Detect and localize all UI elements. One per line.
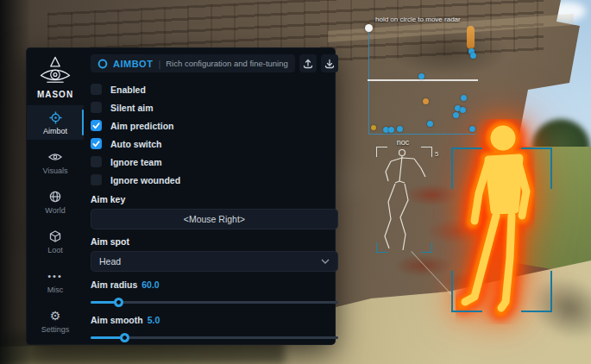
esp-corner [521, 271, 552, 312]
radar-axis-left [368, 32, 369, 134]
cheat-menu-panel: MASON Aimbot Visuals [26, 47, 336, 345]
checkbox-icon [91, 138, 102, 149]
skeleton-distance: 5 [435, 150, 438, 158]
checkbox-icon [91, 156, 102, 167]
checkbox-label: Ignore team [110, 157, 162, 167]
checkbox-label: Enabled [110, 85, 146, 95]
import-config-button[interactable] [321, 54, 338, 72]
checkbox-icon [91, 102, 102, 113]
gear-icon: ⚙ [48, 309, 63, 323]
radar-dot [418, 73, 424, 79]
slider-track [91, 301, 338, 304]
sidebar-item-label: Visuals [43, 166, 68, 175]
esp-corner [451, 147, 482, 189]
download-icon [324, 59, 335, 69]
esp-corner [451, 271, 482, 312]
sidebar-item-label: Loot [47, 246, 63, 254]
aim-smooth-slider[interactable] [91, 333, 338, 342]
sidebar-item-loot[interactable]: Loot [27, 224, 84, 259]
checkbox-ignore-team[interactable]: Ignore team [91, 153, 338, 171]
crosshair-icon [48, 110, 63, 125]
checkbox-list: Enabled Silent aim Aim prediction Auto s… [91, 80, 338, 189]
radar-axis-bottom [368, 134, 475, 135]
sidebar-item-world[interactable]: World [27, 185, 84, 219]
radar-dot [427, 121, 433, 127]
radar-dot [461, 95, 467, 101]
radar-dot [371, 125, 376, 130]
radar-item-marker [467, 26, 475, 49]
radar-horizon-line [368, 79, 478, 81]
aim-radius-row: Aim radius 60.0 [91, 279, 338, 290]
checkbox-icon [91, 84, 102, 95]
radar-dot [469, 126, 475, 132]
sidebar-item-label: Settings [41, 325, 70, 334]
sidebar-item-label: Aimbot [43, 127, 67, 135]
aim-key-label: Aim key [91, 194, 338, 204]
player-esp-box [451, 147, 552, 312]
aim-key-button[interactable]: <Mouse Right> [91, 209, 338, 229]
checkbox-silent-aim[interactable]: Silent aim [91, 98, 338, 116]
sidebar-item-misc[interactable]: ••• Misc [27, 264, 84, 298]
checkbox-icon [91, 174, 102, 185]
header-divider: | [158, 59, 160, 69]
dots-icon: ••• [48, 269, 63, 284]
aim-radius-slider[interactable] [91, 298, 338, 307]
slider-thumb[interactable] [114, 298, 123, 307]
sidebar-item-label: Misc [47, 286, 64, 294]
loot-box-icon [48, 229, 63, 244]
checkbox-label: Silent aim [110, 103, 154, 113]
aim-smooth-value: 5.0 [148, 315, 160, 325]
radar-dot [397, 126, 403, 132]
checkbox-enabled[interactable]: Enabled [91, 80, 338, 98]
checkbox-icon [91, 120, 102, 131]
esp-corner [521, 147, 552, 189]
aim-radius-label: Aim radius [91, 279, 137, 290]
eye-icon [48, 150, 63, 165]
upload-icon [303, 59, 313, 69]
sidebar: MASON Aimbot Visuals [27, 48, 84, 344]
sidebar-item-settings[interactable]: ⚙ Settings [27, 304, 84, 338]
checkbox-aim-prediction[interactable]: Aim prediction [91, 116, 338, 135]
brand-label: MASON [37, 90, 73, 99]
sidebar-item-visuals[interactable]: Visuals [27, 145, 84, 179]
aim-spot-select[interactable]: Head [91, 251, 338, 272]
radar: hold on circle to move radar [366, 16, 481, 138]
sidebar-item-label: World [45, 206, 65, 215]
radar-dot [453, 112, 459, 118]
radar-dot [423, 98, 429, 104]
skeleton-bones [376, 147, 433, 252]
aim-smooth-label: Aim smooth [91, 315, 143, 325]
mason-logo-icon [37, 55, 73, 88]
aim-spot-value: Head [99, 256, 321, 267]
page-subtitle: Rich configuration and fine-tuning [166, 59, 288, 68]
radar-dot [460, 107, 466, 113]
checkbox-ignore-wounded[interactable]: Ignore wounded [91, 171, 338, 189]
checkbox-label: Auto switch [110, 139, 162, 149]
slider-thumb[interactable] [120, 333, 129, 342]
skeleton-esp: noc 5 [374, 140, 440, 255]
aim-smooth-row: Aim smooth 5.0 [91, 315, 338, 325]
radar-hint-text: hold on circle to move radar [375, 16, 461, 23]
aim-radius-value: 60.0 [141, 279, 159, 290]
slider-fill [91, 336, 124, 339]
radar-dot [470, 53, 476, 59]
page-header: AIMBOT | Rich configuration and fine-tun… [91, 54, 295, 72]
checkbox-label: Ignore wounded [110, 175, 180, 185]
sidebar-nav: Aimbot Visuals World [27, 105, 84, 338]
radar-drag-handle[interactable] [365, 24, 373, 32]
skeleton-player-name: noc [374, 138, 431, 147]
checkbox-auto-switch[interactable]: Auto switch [91, 135, 338, 153]
brand: MASON [37, 55, 73, 99]
chevron-down-icon [321, 259, 330, 264]
globe-icon [48, 190, 63, 204]
panel-content: AIMBOT | Rich configuration and fine-tun… [84, 48, 349, 344]
sidebar-item-aimbot[interactable]: Aimbot [27, 105, 84, 140]
game-screen: noc 5 hold on circle to move radar [0, 0, 591, 364]
export-config-button[interactable] [299, 54, 317, 72]
page-title: AIMBOT [113, 59, 153, 69]
aim-spot-label: Aim spot [91, 236, 338, 247]
checkbox-label: Aim prediction [110, 121, 174, 131]
radar-dot [388, 127, 394, 133]
target-icon [97, 59, 108, 69]
